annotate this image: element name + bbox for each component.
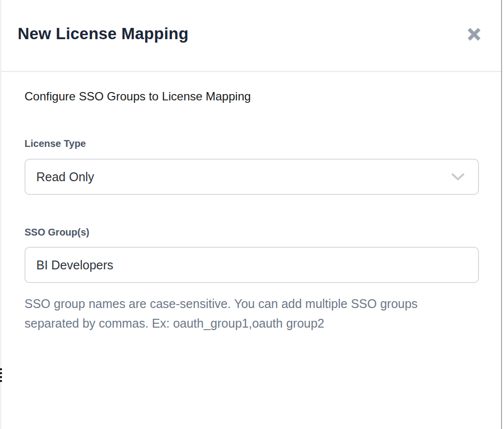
license-type-label: License Type (25, 137, 477, 150)
x-icon (466, 26, 482, 42)
modal-body: Configure SSO Groups to License Mapping … (0, 72, 502, 333)
new-license-mapping-modal: New License Mapping Configure SSO Groups… (0, 0, 502, 429)
background-page-edge (0, 0, 1, 429)
modal-header: New License Mapping (0, 0, 502, 72)
close-button[interactable] (466, 26, 482, 42)
license-type-select[interactable]: Read Only (25, 159, 479, 195)
sso-groups-helper-text: SSO group names are case-sensitive. You … (25, 294, 477, 333)
sso-groups-label: SSO Group(s) (25, 225, 477, 239)
window-edge-line (501, 0, 502, 429)
section-heading: Configure SSO Groups to License Mapping (25, 89, 477, 104)
chevron-down-icon (451, 173, 465, 181)
sso-groups-input[interactable] (25, 247, 479, 283)
clipped-list-icon (0, 368, 2, 382)
license-type-selected-value: Read Only (36, 170, 94, 184)
modal-title: New License Mapping (18, 24, 189, 44)
helper-line-2: separated by commas. Ex: oauth_group1,oa… (25, 313, 477, 333)
helper-line-1: SSO group names are case-sensitive. You … (25, 294, 477, 313)
